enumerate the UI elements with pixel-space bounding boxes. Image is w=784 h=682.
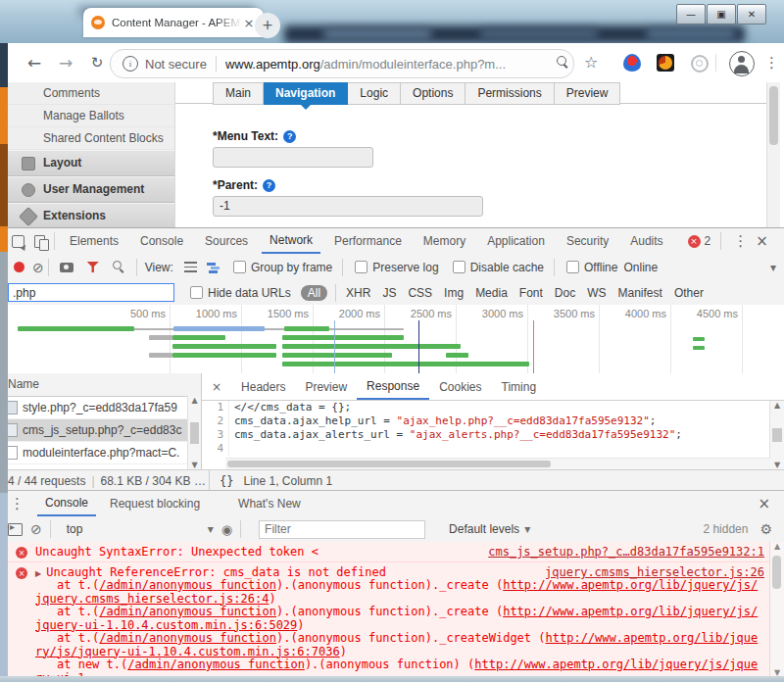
request-row[interactable]: style.php?_c=edd83da17fa59 [0,397,201,419]
hide-data-urls-checkbox[interactable] [190,286,203,299]
detail-tab-preview[interactable]: Preview [295,374,357,400]
waterfall-view-icon[interactable] [207,262,220,272]
group-by-frame-label[interactable]: Group by frame [251,261,332,274]
expand-triangle-icon[interactable] [35,565,41,579]
tab-navigation[interactable]: Navigation [264,82,348,105]
security-label[interactable]: Not secure [145,57,207,72]
waterfall-bar[interactable] [446,353,468,358]
console-sidebar-icon[interactable] [8,523,23,536]
request-row-selected[interactable]: cms_js_setup.php?_c=edd83c [0,419,201,442]
devtools-tab-audits[interactable]: Audits [622,229,670,254]
sidebar-item-extensions[interactable]: Extensions [8,203,174,227]
filter-type-all[interactable]: All [301,285,327,301]
devtools-tab-application[interactable]: Application [479,229,553,254]
name-column-header[interactable]: Name [0,373,201,397]
chevron-down-icon[interactable] [770,261,776,274]
tab-main[interactable]: Main [213,82,264,105]
filter-type-xhr[interactable]: XHR [346,286,370,300]
filter-type-doc[interactable]: Doc [555,286,575,300]
tab-preview[interactable]: Preview [555,82,621,105]
waterfall-overview[interactable]: 500 ms1000 ms1500 ms2000 ms2500 ms3000 m… [0,305,784,374]
network-filter-input[interactable] [8,283,174,302]
request-row[interactable]: moduleinterface.php?mact=C. [0,442,201,464]
help-icon[interactable] [283,130,296,143]
drawer-tab-whats-new[interactable]: What's New [230,492,309,516]
throttling-dropdown[interactable]: Online [623,261,658,274]
devtools-tab-sources[interactable]: Sources [197,229,256,254]
devtools-close-icon[interactable] [756,232,768,250]
url-text[interactable]: www.apemtp.org/admin/moduleinterface.php… [225,57,506,72]
waterfall-bar[interactable] [284,326,329,331]
devtools-tab-security[interactable]: Security [559,229,616,254]
info-icon[interactable] [122,56,138,72]
error-source-link[interactable]: jquery.cmsms_hierselector.js:26 [545,565,764,579]
filter-type-media[interactable]: Media [475,286,508,300]
devtools-tab-elements[interactable]: Elements [62,229,126,254]
tab-logic[interactable]: Logic [348,82,401,105]
scroll-up-icon[interactable] [774,401,780,410]
log-levels-dropdown[interactable]: Default levels [449,522,530,536]
preserve-log-checkbox[interactable] [355,261,368,273]
preserve-log-label[interactable]: Preserve log [372,261,438,274]
screenshot-capture-icon[interactable] [60,263,74,272]
address-bar[interactable]: Not secure www.apemtp.org/admin/modulein… [110,49,574,78]
detail-tab-cookies[interactable]: Cookies [429,374,491,400]
page-scrollbar-thumb[interactable] [769,86,778,145]
detail-close-icon[interactable] [212,380,221,394]
reload-icon[interactable] [84,50,110,75]
pretty-print-button[interactable]: {} [220,474,233,488]
devtools-tab-memory[interactable]: Memory [416,229,473,254]
scrollbar-thumb[interactable] [772,428,782,442]
window-minimize-button[interactable]: — [676,4,706,24]
zoom-icon[interactable] [557,56,566,66]
browser-menu-icon[interactable] [764,54,779,72]
sidebar-item-shared-content-blocks[interactable]: Shared Content Blocks [8,127,174,150]
console-scrollbar[interactable] [769,542,784,677]
response-horizontal-scrollbar[interactable] [225,458,770,469]
stack-link[interactable]: /admin/anonymous function [99,578,276,592]
tab-close-icon[interactable] [242,16,256,29]
filter-type-manifest[interactable]: Manifest [618,286,662,300]
extension-shield-icon[interactable] [623,54,641,72]
waterfall-bar[interactable] [173,326,265,331]
response-vertical-scrollbar[interactable] [769,401,784,469]
offline-checkbox[interactable] [566,261,579,273]
drawer-tab-console[interactable]: Console [37,491,96,516]
help-icon[interactable] [263,179,275,192]
device-toolbar-icon[interactable] [34,235,45,248]
clear-icon[interactable] [32,260,44,275]
console-filter-input[interactable] [259,520,425,539]
filter-type-other[interactable]: Other [674,286,704,300]
console-settings-gear-icon[interactable] [760,521,772,537]
filter-type-js[interactable]: JS [382,286,396,300]
filter-type-font[interactable]: Font [519,286,543,300]
context-selector[interactable]: top [67,522,214,536]
sidebar-item-manage-ballots[interactable]: Manage Ballots [8,105,174,127]
scroll-up-icon[interactable] [774,542,780,551]
scrollbar-thumb[interactable] [227,461,551,467]
detail-tab-response[interactable]: Response [357,373,429,400]
profile-avatar[interactable] [729,51,755,76]
drawer-close-icon[interactable] [758,495,770,512]
group-by-frame-checkbox[interactable] [233,261,246,273]
sidebar-item-comments[interactable]: Comments [8,82,174,105]
waterfall-bar[interactable] [282,335,404,340]
console-error-message[interactable]: Uncaught ReferenceError: cms_data is not… [0,562,784,677]
error-source-link[interactable]: cms_js_setup.php?_c…d83da17fa595e9132:1 [488,545,764,559]
stack-link[interactable]: /admin/anonymous function [99,605,276,618]
waterfall-bar[interactable] [18,326,134,331]
stack-link[interactable]: /admin/anonymous function [99,631,276,645]
waterfall-bar[interactable] [172,353,276,358]
clear-console-icon[interactable] [30,521,42,537]
sidebar-item-user-management[interactable]: User Management [8,176,174,203]
offline-label[interactable]: Offline [584,261,617,274]
filter-type-ws[interactable]: WS [587,286,606,300]
scroll-down-icon[interactable] [774,461,780,469]
devtools-tab-performance[interactable]: Performance [326,229,410,254]
extension-search-icon[interactable] [691,55,709,73]
waterfall-bar[interactable] [172,344,276,349]
scrollbar-thumb[interactable] [772,556,781,589]
scroll-up-icon[interactable] [191,396,197,405]
menu-text-field[interactable] [213,147,373,168]
disable-cache-checkbox[interactable] [453,261,466,273]
